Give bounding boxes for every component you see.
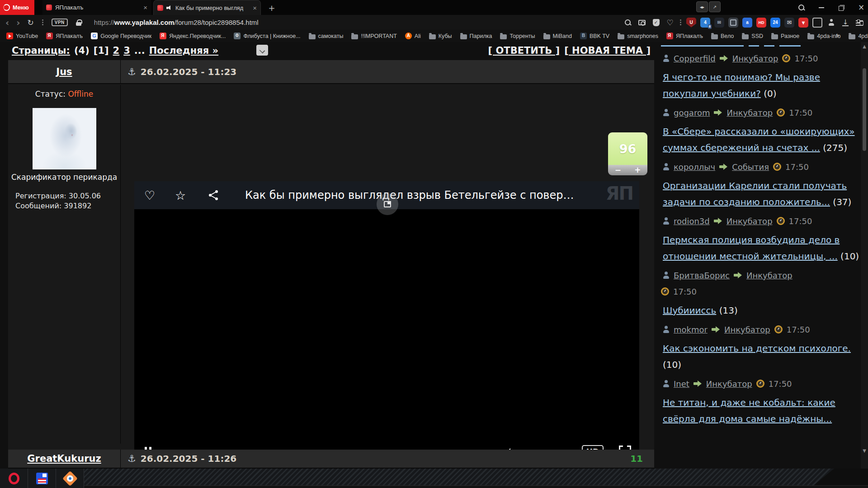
username-link[interactable]: БритваБорис — [674, 271, 730, 280]
tab-yaplakal[interactable]: ЯПлакалъ × — [42, 0, 151, 15]
bookmark-item[interactable]: Яндекс.Переводчик... — [160, 33, 226, 39]
faststone-taskbar-icon[interactable] — [56, 469, 84, 488]
topic-link[interactable]: Шубиииссь — [663, 305, 716, 316]
bookmark-item[interactable]: MiBand — [543, 33, 572, 39]
bookmark-item[interactable]: Разное — [771, 33, 799, 39]
back-icon[interactable]: ‹ — [5, 18, 9, 27]
shield-icon[interactable]: ✓ — [651, 18, 661, 28]
more-options-icon[interactable] — [42, 22, 43, 23]
bookmark-item[interactable]: Google Переводчик — [91, 33, 151, 39]
bookmark-item[interactable]: SSD — [742, 33, 763, 39]
url-field[interactable]: https://www.yaplakal.com/forum28/topic28… — [94, 19, 259, 26]
bookmark-item[interactable]: Торренты — [500, 33, 535, 39]
dislike-extension-icon[interactable]: ▾ — [798, 18, 808, 28]
bookmark-item[interactable]: Ali — [405, 33, 421, 39]
page-2-link[interactable]: 2 — [113, 45, 120, 56]
forum-link[interactable]: События — [732, 162, 769, 172]
bookmarks-overflow-icon[interactable]: » — [835, 32, 840, 40]
minimize-button[interactable] — [817, 4, 826, 12]
sidebar-settings-icon[interactable] — [854, 18, 864, 28]
forum-link[interactable]: Инкубатор — [706, 379, 752, 389]
forum-link[interactable]: Инкубатор — [726, 108, 773, 117]
bookmark-item[interactable]: YouTube — [6, 33, 38, 39]
mail-extension-icon[interactable]: ✉ — [714, 18, 724, 28]
post-author-link[interactable]: Jus — [56, 66, 72, 77]
username-link[interactable]: Inet — [674, 379, 689, 389]
bookmark-item[interactable]: BBK TV — [580, 33, 609, 39]
bookmark-item[interactable]: Флибуста | Книжное... — [234, 33, 300, 39]
translate-extension-icon[interactable]: a — [742, 18, 752, 28]
username-link[interactable]: mokmor — [674, 325, 708, 334]
tab-close-icon[interactable]: × — [143, 4, 147, 11]
bookmark-item[interactable]: ЯПлакалъ — [46, 33, 83, 39]
opera-menu-button[interactable]: Меню — [0, 0, 34, 15]
like-heart-icon[interactable]: ♡ — [144, 188, 155, 202]
anchor-icon[interactable]: ⚓ — [127, 453, 136, 464]
forward-icon[interactable]: › — [16, 18, 20, 27]
lock-icon[interactable] — [76, 19, 81, 26]
close-button[interactable]: × — [857, 4, 865, 12]
new-tab-button[interactable]: + — [266, 2, 278, 14]
reply-button[interactable]: [ ОТВЕТИТЬ ] — [488, 45, 560, 56]
username-link[interactable]: gogarom — [674, 108, 710, 117]
username-link[interactable]: короллыч — [674, 162, 715, 172]
forum-link[interactable]: Инкубатор — [726, 216, 773, 226]
envelope-extension-icon[interactable]: ✉ — [784, 18, 794, 28]
scrollbar-down-icon[interactable]: ▼ — [861, 448, 868, 453]
bookmark-item[interactable]: smarphones — [618, 33, 658, 39]
bookmark-item[interactable]: !!IMPORTANT — [351, 33, 396, 39]
bookmark-item[interactable]: Парилка — [460, 33, 492, 39]
4pda-extension-icon[interactable]: 48 — [700, 18, 710, 28]
restore-button[interactable] — [837, 4, 845, 12]
rating-minus-button[interactable]: − — [615, 166, 621, 174]
tab-active-video-topic[interactable]: Как бы примерно выгляд × — [153, 0, 261, 15]
popout-button[interactable]: ↗ — [709, 1, 721, 12]
topic-link[interactable]: Как сэкономить на детском психологе. — [663, 343, 851, 354]
rating-plus-button[interactable]: + — [634, 166, 641, 174]
save-taskbar-icon[interactable] — [28, 469, 56, 488]
favorite-star-icon[interactable]: ☆ — [175, 188, 186, 202]
username-link[interactable]: rodion3d — [674, 216, 710, 226]
snapshot-icon[interactable] — [637, 18, 647, 28]
anchor-icon[interactable]: ⚓ — [127, 66, 136, 77]
forum-link[interactable]: Инкубатор — [732, 54, 778, 63]
avatar[interactable] — [33, 108, 96, 169]
bookmark-item[interactable]: Вело — [711, 33, 734, 39]
video-player[interactable]: ♡ ☆ Как бы примерно выглядел взрыв Бетел… — [134, 181, 639, 466]
bookmark-item[interactable]: 4pda-devices — [849, 33, 868, 39]
topic-link[interactable]: Я чего-то не понимаю? Мы разве покупали … — [663, 72, 820, 99]
bookmark-item[interactable]: самокаты — [309, 33, 344, 39]
ublock-extension-icon[interactable]: U8 — [686, 18, 696, 28]
tab-close-icon[interactable]: × — [253, 5, 257, 11]
scrollbar-thumb[interactable] — [863, 68, 866, 151]
new-topic-button[interactable]: [ НОВАЯ ТЕМА ] — [564, 45, 651, 56]
forum-link[interactable]: Инкубатор — [724, 325, 770, 334]
hd-extension-icon[interactable]: HD — [756, 18, 766, 28]
bookmark-item[interactable]: ЯПлакалъ — [666, 33, 703, 39]
popout-video-button[interactable] — [377, 193, 398, 215]
cube-extension-icon[interactable] — [812, 18, 822, 28]
last-page-link[interactable]: Последняя » — [149, 45, 218, 56]
zoom-icon[interactable] — [623, 18, 633, 28]
search-icon[interactable] — [797, 4, 806, 12]
username-link[interactable]: Copperfild — [674, 54, 716, 63]
profile-icon[interactable] — [826, 18, 836, 28]
opera-taskbar-icon[interactable] — [0, 469, 28, 488]
page-jump-dropdown[interactable] — [256, 45, 268, 56]
pages-label-link[interactable]: Страницы: — [12, 45, 70, 56]
vpn-badge[interactable]: VPN — [52, 19, 68, 26]
topic-link[interactable]: Не титан, и даже не кобальт: какие свёрл… — [663, 397, 835, 424]
topic-link[interactable]: Пермская полиция возбудила дело в отноше… — [663, 235, 840, 262]
downloads-icon[interactable]: ↓ — [840, 18, 850, 28]
forum-link[interactable]: Инкубатор — [746, 271, 793, 280]
scrollbar-up-icon[interactable]: ▲ — [861, 44, 868, 49]
calendar-extension-icon[interactable]: 24 — [770, 18, 780, 28]
post-author-link[interactable]: GreatKukuruz — [27, 453, 101, 464]
page-tool-extension-icon[interactable] — [728, 18, 738, 28]
share-icon[interactable] — [208, 189, 219, 201]
bookmark-item[interactable]: Кубы — [429, 33, 452, 39]
tab-cycle-button[interactable]: ◂▸ — [696, 1, 708, 12]
page-3-link[interactable]: 3 — [123, 45, 130, 56]
bookmark-heart-icon[interactable]: ♡ — [665, 18, 675, 28]
reload-icon[interactable]: ↻ — [28, 18, 34, 27]
